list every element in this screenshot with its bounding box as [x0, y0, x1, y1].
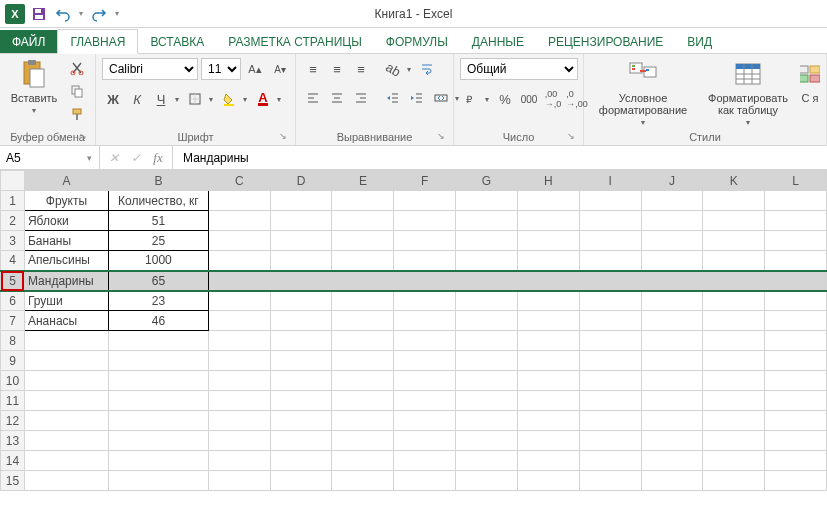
tab-data[interactable]: ДАННЫЕ	[460, 30, 536, 53]
cell-E5[interactable]	[332, 271, 394, 291]
orientation-icon[interactable]: ab	[382, 58, 404, 80]
cell-E14[interactable]	[332, 451, 394, 471]
cell-G12[interactable]	[456, 411, 518, 431]
cell-I7[interactable]	[579, 311, 641, 331]
cell-D11[interactable]	[270, 391, 332, 411]
cell-G5[interactable]	[456, 271, 518, 291]
cell-G9[interactable]	[456, 351, 518, 371]
italic-button[interactable]: К	[126, 88, 148, 110]
column-header-H[interactable]: H	[517, 171, 579, 191]
cell-K7[interactable]	[703, 311, 765, 331]
cell-G4[interactable]	[456, 251, 518, 271]
cell-J11[interactable]	[641, 391, 703, 411]
row-header-4[interactable]: 4	[1, 251, 25, 271]
column-header-L[interactable]: L	[765, 171, 827, 191]
cell-B6[interactable]: 23	[108, 291, 208, 311]
cell-J6[interactable]	[641, 291, 703, 311]
cell-G6[interactable]	[456, 291, 518, 311]
cell-D14[interactable]	[270, 451, 332, 471]
cell-B5[interactable]: 65	[108, 271, 208, 291]
cell-J10[interactable]	[641, 371, 703, 391]
cell-L11[interactable]	[765, 391, 827, 411]
increase-decimal-icon[interactable]: ,00→,0	[542, 88, 564, 110]
tab-review[interactable]: РЕЦЕНЗИРОВАНИЕ	[536, 30, 675, 53]
alignment-launcher-icon[interactable]: ↘	[435, 130, 447, 142]
font-size-combo[interactable]: 11	[201, 58, 241, 80]
cell-H10[interactable]	[517, 371, 579, 391]
save-icon[interactable]	[28, 3, 50, 25]
cell-C15[interactable]	[208, 471, 270, 491]
cell-E10[interactable]	[332, 371, 394, 391]
cell-A4[interactable]: Апельсины	[24, 251, 108, 271]
cell-A6[interactable]: Груши	[24, 291, 108, 311]
cell-E13[interactable]	[332, 431, 394, 451]
cell-C14[interactable]	[208, 451, 270, 471]
cell-C1[interactable]	[208, 191, 270, 211]
cell-H11[interactable]	[517, 391, 579, 411]
cell-F14[interactable]	[394, 451, 456, 471]
font-name-combo[interactable]: Calibri	[102, 58, 198, 80]
cell-H12[interactable]	[517, 411, 579, 431]
cell-G8[interactable]	[456, 331, 518, 351]
cell-L6[interactable]	[765, 291, 827, 311]
column-header-I[interactable]: I	[579, 171, 641, 191]
row-header-8[interactable]: 8	[1, 331, 25, 351]
underline-button[interactable]: Ч	[150, 88, 172, 110]
chevron-down-icon[interactable]: ▾	[172, 88, 182, 110]
row-header-10[interactable]: 10	[1, 371, 25, 391]
cell-K11[interactable]	[703, 391, 765, 411]
cell-I3[interactable]	[579, 231, 641, 251]
cell-B13[interactable]	[108, 431, 208, 451]
row-header-9[interactable]: 9	[1, 351, 25, 371]
cell-B2[interactable]: 51	[108, 211, 208, 231]
cell-A9[interactable]	[24, 351, 108, 371]
redo-dropdown-icon[interactable]: ▾	[112, 3, 122, 25]
cell-L2[interactable]	[765, 211, 827, 231]
cell-G15[interactable]	[456, 471, 518, 491]
cell-D1[interactable]	[270, 191, 332, 211]
cell-H4[interactable]	[517, 251, 579, 271]
chevron-down-icon[interactable]: ▾	[404, 58, 414, 80]
cell-L1[interactable]	[765, 191, 827, 211]
cell-D9[interactable]	[270, 351, 332, 371]
cell-C11[interactable]	[208, 391, 270, 411]
cell-G13[interactable]	[456, 431, 518, 451]
cell-I12[interactable]	[579, 411, 641, 431]
cell-H6[interactable]	[517, 291, 579, 311]
cell-I10[interactable]	[579, 371, 641, 391]
cell-I15[interactable]	[579, 471, 641, 491]
row-header-6[interactable]: 6	[1, 291, 25, 311]
cell-D12[interactable]	[270, 411, 332, 431]
cell-F10[interactable]	[394, 371, 456, 391]
cell-G7[interactable]	[456, 311, 518, 331]
cell-C4[interactable]	[208, 251, 270, 271]
cell-J9[interactable]	[641, 351, 703, 371]
cell-D10[interactable]	[270, 371, 332, 391]
cell-K8[interactable]	[703, 331, 765, 351]
row-header-11[interactable]: 11	[1, 391, 25, 411]
chevron-down-icon[interactable]: ▾	[240, 88, 250, 110]
cell-F9[interactable]	[394, 351, 456, 371]
align-center-icon[interactable]	[326, 87, 348, 109]
cell-E2[interactable]	[332, 211, 394, 231]
cell-I2[interactable]	[579, 211, 641, 231]
cell-A13[interactable]	[24, 431, 108, 451]
cell-B9[interactable]	[108, 351, 208, 371]
cell-F12[interactable]	[394, 411, 456, 431]
column-header-F[interactable]: F	[394, 171, 456, 191]
cell-E6[interactable]	[332, 291, 394, 311]
cut-icon[interactable]	[66, 58, 88, 78]
cell-L4[interactable]	[765, 251, 827, 271]
cell-B10[interactable]	[108, 371, 208, 391]
cell-L14[interactable]	[765, 451, 827, 471]
tab-page-layout[interactable]: РАЗМЕТКА СТРАНИЦЫ	[216, 30, 374, 53]
formula-input[interactable]	[173, 146, 827, 169]
cell-J5[interactable]	[641, 271, 703, 291]
cell-C6[interactable]	[208, 291, 270, 311]
cell-J14[interactable]	[641, 451, 703, 471]
cell-I9[interactable]	[579, 351, 641, 371]
cell-E1[interactable]	[332, 191, 394, 211]
cell-E4[interactable]	[332, 251, 394, 271]
cell-K15[interactable]	[703, 471, 765, 491]
cell-C12[interactable]	[208, 411, 270, 431]
